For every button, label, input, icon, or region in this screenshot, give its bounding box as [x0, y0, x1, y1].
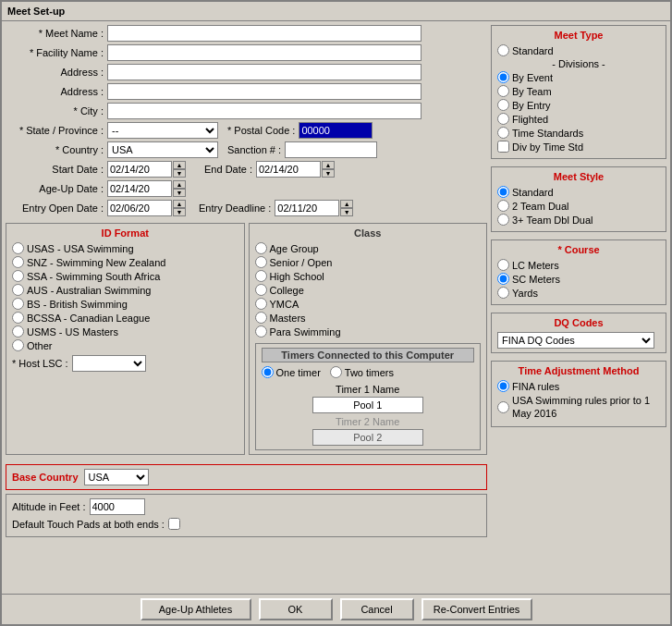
class-ymca[interactable]: YMCA [255, 298, 482, 310]
course-lc[interactable]: LC Meters [497, 259, 660, 271]
sanction-label: Sanction # : [227, 144, 281, 155]
entry-deadline-input[interactable] [275, 200, 339, 216]
start-date-up[interactable]: ▲ [173, 161, 186, 169]
start-date-down[interactable]: ▼ [173, 169, 186, 178]
meet-style-section: Meet Style Standard 2 Team Dual 3+ Team … [491, 166, 666, 232]
course-yards[interactable]: Yards [497, 287, 660, 299]
class-para[interactable]: Para Swimming [255, 325, 482, 338]
id-bcssa[interactable]: BCSSA - Canadian League [12, 312, 238, 324]
address1-label: Address : [6, 67, 107, 78]
divisions-divider: - Divisions - [497, 58, 660, 69]
entry-deadline-label: Entry Deadline : [199, 203, 271, 214]
id-other[interactable]: Other [12, 339, 238, 351]
ta-usa[interactable]: USA Swimming rules prior to 1 May 2016 [497, 394, 660, 421]
touch-pads-checkbox[interactable] [168, 518, 180, 530]
entry-deadline-down[interactable]: ▼ [340, 208, 353, 216]
mt-by-event[interactable]: By Event [497, 71, 660, 83]
altitude-label: Altitude in Feet : [12, 501, 86, 512]
end-date-up[interactable]: ▲ [322, 161, 335, 169]
age-up-date-down[interactable]: ▼ [173, 189, 186, 197]
class-section: Class Age Group Senior / Open High Schoo… [249, 223, 488, 455]
end-date-down[interactable]: ▼ [322, 169, 335, 178]
entry-open-date-input[interactable] [107, 200, 172, 216]
id-bs[interactable]: BS - British Swimming [12, 298, 238, 310]
bottom-left-section: Base Country USA Altitude in Feet : D [6, 460, 487, 537]
mt-by-team[interactable]: By Team [497, 85, 660, 97]
address1-input[interactable] [107, 64, 422, 80]
bottom-buttons: Age-Up Athletes OK Cancel Re-Convert Ent… [2, 594, 670, 624]
class-title: Class [255, 227, 482, 239]
id-usms[interactable]: USMS - US Masters [12, 325, 238, 338]
cancel-button[interactable]: Cancel [340, 598, 414, 620]
age-up-date-up[interactable]: ▲ [173, 180, 186, 189]
base-country-title: Base Country [12, 472, 79, 483]
class-high-school[interactable]: High School [255, 270, 482, 282]
entry-open-down[interactable]: ▼ [173, 208, 186, 216]
time-adjustment-section: Time Adjustment Method FINA rules USA Sw… [491, 361, 666, 427]
country-label: * Country : [6, 144, 107, 155]
class-age-group[interactable]: Age Group [255, 242, 482, 254]
sanction-input[interactable] [285, 141, 377, 158]
id-usas[interactable]: USAS - USA Swimming [12, 242, 238, 254]
country-select[interactable]: USA [107, 141, 218, 158]
timer1-box: Timer 1 Name [262, 384, 475, 413]
start-date-label: Start Date : [6, 164, 107, 175]
ok-button[interactable]: OK [259, 598, 333, 620]
base-country-select[interactable]: USA [84, 469, 149, 485]
mid-section: ID Format USAS - USA Swimming SNZ - Swim… [6, 223, 487, 455]
mt-div-by-time[interactable]: Div by Time Std [497, 141, 660, 153]
dq-codes-section: DQ Codes FINA DQ Codes USA Swimming [491, 313, 666, 353]
one-timer[interactable]: One timer [262, 366, 321, 378]
timer2-input[interactable] [312, 429, 423, 446]
host-lsc-select[interactable] [72, 355, 146, 372]
ms-2team[interactable]: 2 Team Dual [497, 200, 660, 212]
meet-setup-window: Meet Set-up * Meet Name : * Facility Nam… [0, 0, 672, 626]
age-up-athletes-button[interactable]: Age-Up Athletes [141, 598, 251, 620]
postal-code-input[interactable] [299, 122, 373, 139]
ms-3team[interactable]: 3+ Team Dbl Dual [497, 214, 660, 226]
base-country-section: Base Country USA [6, 464, 487, 490]
age-up-date-label: Age-Up Date : [6, 183, 107, 194]
city-input[interactable] [107, 103, 422, 119]
state-label: * State / Province : [6, 125, 107, 136]
timers-section: Timers Connected to this Computer One ti… [255, 343, 482, 450]
class-masters[interactable]: Masters [255, 312, 482, 324]
address2-input[interactable] [107, 83, 422, 100]
dq-codes-title: DQ Codes [497, 317, 660, 328]
top-form: * Meet Name : * Facility Name : Address … [6, 25, 487, 219]
re-convert-entries-button[interactable]: Re-Convert Entries [422, 598, 532, 620]
entry-deadline-up[interactable]: ▲ [340, 200, 353, 208]
id-snz[interactable]: SNZ - Swimming New Zealand [12, 256, 238, 268]
end-date-input[interactable] [256, 161, 321, 178]
mt-flighted[interactable]: Flighted [497, 113, 660, 125]
base-country-altitude: Base Country USA Altitude in Feet : D [6, 460, 487, 537]
course-title: * Course [497, 244, 660, 255]
meet-style-title: Meet Style [497, 171, 660, 182]
start-date-input[interactable] [107, 161, 172, 178]
address2-label: Address : [6, 86, 107, 97]
altitude-input[interactable] [90, 498, 145, 515]
touch-pads-label: Default Touch Pads at both ends : [12, 519, 165, 530]
two-timers[interactable]: Two timers [330, 366, 394, 378]
course-sc[interactable]: SC Meters [497, 273, 660, 285]
state-select[interactable]: -- [107, 122, 218, 139]
ta-fina[interactable]: FINA rules [497, 380, 660, 392]
id-ssa[interactable]: SSA - Swimming South Africa [12, 270, 238, 282]
facility-name-label: * Facility Name : [6, 47, 107, 58]
entry-open-up[interactable]: ▲ [173, 200, 186, 208]
class-senior[interactable]: Senior / Open [255, 256, 482, 268]
age-up-date-input[interactable] [107, 180, 172, 197]
dq-codes-select[interactable]: FINA DQ Codes USA Swimming [497, 332, 654, 349]
class-college[interactable]: College [255, 284, 482, 296]
facility-name-input[interactable] [107, 44, 422, 61]
timer1-input[interactable] [312, 397, 423, 413]
mt-time-standards[interactable]: Time Standards [497, 127, 660, 139]
mt-standard[interactable]: Standard [497, 44, 660, 56]
course-section: * Course LC Meters SC Meters Yards [491, 239, 666, 305]
postal-code-label: * Postal Code : [227, 125, 295, 136]
mt-by-entry[interactable]: By Entry [497, 99, 660, 111]
altitude-section: Altitude in Feet : Default Touch Pads at… [6, 494, 487, 537]
ms-standard[interactable]: Standard [497, 186, 660, 198]
id-aus[interactable]: AUS - Australian Swimming [12, 284, 238, 296]
meet-name-input[interactable] [107, 25, 422, 42]
